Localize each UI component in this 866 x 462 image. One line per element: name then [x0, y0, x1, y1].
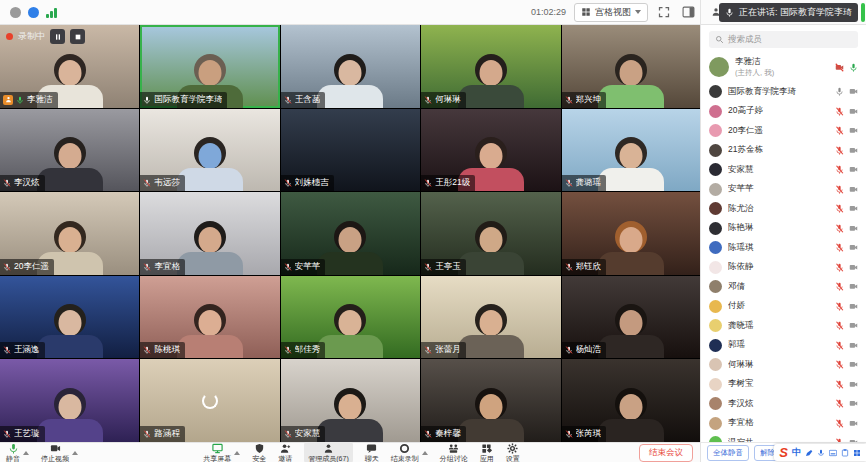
- share-screen-button[interactable]: 共享屏幕: [197, 443, 246, 462]
- chevron-up-icon[interactable]: [23, 451, 29, 455]
- camera-icon[interactable]: [849, 302, 858, 311]
- participant-row[interactable]: 邓倩: [701, 277, 866, 297]
- video-tile[interactable]: 郑兴坤: [562, 25, 701, 108]
- camera-icon[interactable]: [849, 263, 858, 272]
- participant-row[interactable]: 李雅洁(主持人, 我): [701, 52, 866, 82]
- participant-row[interactable]: 温宛共: [701, 433, 866, 442]
- video-tile[interactable]: 安家慧: [281, 359, 420, 442]
- ime-mic-icon[interactable]: [817, 449, 825, 457]
- settings-button[interactable]: 设置: [500, 443, 526, 462]
- video-tile[interactable]: 张芮琪: [562, 359, 701, 442]
- participant-row[interactable]: 李汉炫: [701, 394, 866, 414]
- search-input[interactable]: 搜索成员: [709, 31, 858, 48]
- participant-row[interactable]: 李树宝: [701, 375, 866, 395]
- participant-row[interactable]: 陈尤治: [701, 199, 866, 219]
- grid-view-button[interactable]: 宫格视图: [574, 3, 648, 22]
- video-tile[interactable]: 王含菡: [281, 25, 420, 108]
- participant-row[interactable]: 李宜格: [701, 414, 866, 434]
- mute-all-button[interactable]: 全体静音: [707, 445, 749, 461]
- camera-icon[interactable]: [849, 321, 858, 330]
- fullscreen-button[interactable]: [656, 4, 672, 20]
- participant-row[interactable]: 何琳琳: [701, 355, 866, 375]
- mic-muted-icon[interactable]: [835, 107, 844, 116]
- ime-lang-toggle[interactable]: 中: [792, 446, 801, 459]
- camera-icon[interactable]: [849, 399, 858, 408]
- mic-muted-icon[interactable]: [835, 263, 844, 272]
- camera-icon[interactable]: [849, 146, 858, 155]
- invite-button[interactable]: 邀请: [272, 443, 298, 462]
- participant-row[interactable]: 陈瑶琪: [701, 238, 866, 258]
- video-tile[interactable]: 王彤21级: [421, 109, 560, 192]
- video-tile[interactable]: 秦梓馨: [421, 359, 560, 442]
- video-tile[interactable]: 王艺璇: [0, 359, 139, 442]
- ime-logo[interactable]: S: [779, 446, 788, 459]
- video-tile[interactable]: 安芊芊: [281, 192, 420, 275]
- camera-icon[interactable]: [849, 243, 858, 252]
- ime-toolbar[interactable]: S 中: [774, 444, 866, 461]
- participant-row[interactable]: 陈依静: [701, 258, 866, 278]
- video-tile[interactable]: 刘姝橞吉: [281, 109, 420, 192]
- participant-row[interactable]: 20李仁遥: [701, 121, 866, 141]
- camera-icon[interactable]: [849, 165, 858, 174]
- toggle-sidebar-button[interactable]: [680, 4, 696, 20]
- mic-muted-icon[interactable]: [835, 185, 844, 194]
- mic-muted-icon[interactable]: [835, 243, 844, 252]
- video-tile[interactable]: 杨灿浩: [562, 276, 701, 359]
- mic-muted-icon[interactable]: [835, 204, 844, 213]
- mic-muted-icon[interactable]: [835, 321, 844, 330]
- video-tile[interactable]: 何琳琳: [421, 25, 560, 108]
- video-tile[interactable]: 国际教育学院李琦: [140, 25, 279, 108]
- apps-button[interactable]: 应用: [474, 443, 500, 462]
- video-tile[interactable]: 龚璐瑶: [562, 109, 701, 192]
- participant-row[interactable]: 郭瑶: [701, 336, 866, 356]
- mic-muted-icon[interactable]: [835, 341, 844, 350]
- mic-muted-icon[interactable]: [835, 399, 844, 408]
- chevron-up-icon[interactable]: [422, 451, 428, 455]
- camera-icon[interactable]: [849, 185, 858, 194]
- security-button[interactable]: 安全: [246, 443, 272, 462]
- mic-muted-icon[interactable]: [835, 419, 844, 428]
- camera-off-icon[interactable]: [835, 63, 844, 72]
- participant-row[interactable]: 安芊芊: [701, 180, 866, 200]
- mic-on-icon[interactable]: [849, 63, 858, 72]
- video-tile[interactable]: 陈桃琪: [140, 276, 279, 359]
- chevron-up-icon[interactable]: [234, 451, 240, 455]
- mic-muted-icon[interactable]: [835, 126, 844, 135]
- participant-row[interactable]: 国际教育学院李琦: [701, 82, 866, 102]
- camera-icon[interactable]: [849, 419, 858, 428]
- participant-row[interactable]: 安家慧: [701, 160, 866, 180]
- camera-icon[interactable]: [849, 341, 858, 350]
- participant-row[interactable]: 付娇: [701, 297, 866, 317]
- mute-button[interactable]: 静音: [0, 443, 35, 462]
- participant-row[interactable]: 龚晓瑶: [701, 316, 866, 336]
- camera-icon[interactable]: [849, 282, 858, 291]
- ime-tools-icon[interactable]: [853, 449, 861, 457]
- video-tile[interactable]: 郑钰欣: [562, 192, 701, 275]
- participant-row[interactable]: 陈艳琳: [701, 219, 866, 239]
- video-tile[interactable]: 邹佳秀: [281, 276, 420, 359]
- camera-icon[interactable]: [849, 380, 858, 389]
- ime-keyboard-icon[interactable]: [829, 449, 837, 457]
- ime-pen-icon[interactable]: [805, 449, 813, 457]
- camera-icon[interactable]: [849, 224, 858, 233]
- mic-muted-icon[interactable]: [835, 146, 844, 155]
- mic-muted-icon[interactable]: [835, 165, 844, 174]
- video-tile[interactable]: 韦远莎: [140, 109, 279, 192]
- manage-members-button[interactable]: 管理成员(67): [298, 443, 358, 462]
- pause-recording-button[interactable]: [50, 29, 65, 44]
- ime-clipboard-icon[interactable]: [841, 449, 849, 457]
- mic-muted-icon[interactable]: [835, 282, 844, 291]
- camera-icon[interactable]: [849, 87, 858, 96]
- video-tile[interactable]: 李汉炫: [0, 109, 139, 192]
- mic-icon[interactable]: [835, 87, 844, 96]
- app-tray-icon[interactable]: [28, 7, 39, 18]
- chat-button[interactable]: 聊天: [359, 443, 385, 462]
- system-tray-icon[interactable]: [10, 7, 21, 18]
- camera-icon[interactable]: [849, 204, 858, 213]
- video-tile[interactable]: 路涵程: [140, 359, 279, 442]
- participant-row[interactable]: 20高子婷: [701, 102, 866, 122]
- camera-icon[interactable]: [849, 360, 858, 369]
- mic-muted-icon[interactable]: [835, 360, 844, 369]
- mic-muted-icon[interactable]: [835, 302, 844, 311]
- video-tile[interactable]: 李宜格: [140, 192, 279, 275]
